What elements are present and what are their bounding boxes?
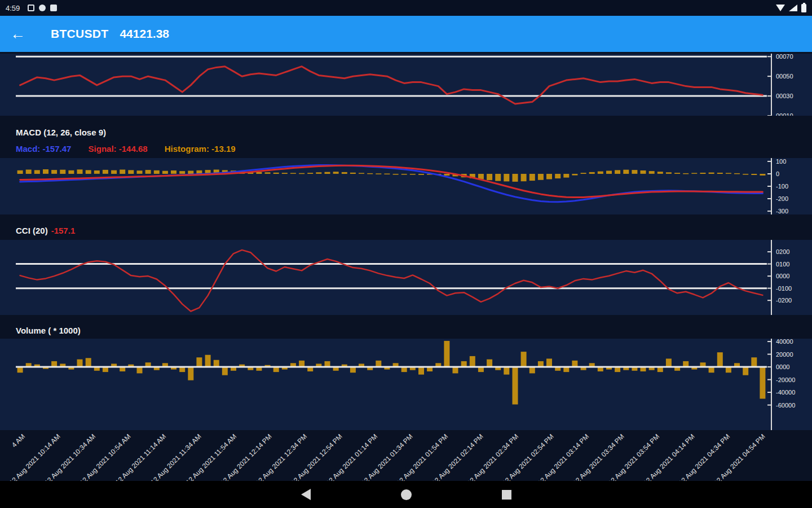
svg-text:100: 100 [776,158,786,165]
svg-text:00070: 00070 [776,54,793,60]
svg-text:0000: 0000 [776,364,789,370]
svg-text:0100: 0100 [776,261,789,268]
svg-text:-300: -300 [776,208,788,214]
svg-text:-20000: -20000 [776,376,795,383]
svg-text:-100: -100 [776,183,788,190]
svg-text:-0100: -0100 [776,285,792,292]
app-bar: ← BTCUSDT 44121.38 [0,16,812,52]
svg-text:00050: 00050 [776,73,793,80]
x-axis-labels: 4 AM12 Aug 2021 10:14 AM12 Aug 2021 10:3… [0,430,812,481]
svg-text:-40000: -40000 [776,389,795,396]
oscillator-chart[interactable]: 00070000500003000010 [0,54,812,116]
nav-back-icon[interactable] [301,489,311,500]
symbol-title: BTCUSDT [51,27,108,41]
notification-icon-2 [39,5,46,11]
svg-text:0000: 0000 [776,273,789,279]
volume-panel[interactable]: 40000200000000-20000-40000-60000 [0,339,812,430]
status-bar: 4:59 [0,0,812,16]
histogram-value: Histogram: -13.19 [165,144,236,154]
svg-text:00030: 00030 [776,93,793,99]
volume-chart[interactable]: 40000200000000-20000-40000-60000 [0,339,812,430]
svg-text:0200: 0200 [776,248,789,255]
wifi-icon [776,5,785,11]
macd-value: Macd: -157.47 [16,144,71,154]
macd-title: MACD (12, 26, close 9) [16,128,106,137]
svg-text:-0200: -0200 [776,297,792,304]
nav-recents-icon[interactable] [502,490,511,500]
nav-home-icon[interactable] [401,489,412,500]
svg-text:40000: 40000 [776,339,793,345]
macd-readout: Macd: -157.47 Signal: -144.68 Histogram:… [16,144,250,154]
android-nav-bar [0,481,812,508]
status-indicators [776,4,806,12]
back-arrow-icon[interactable]: ← [10,27,35,42]
price-value: 44121.38 [120,27,169,41]
oscillator-panel[interactable]: 00070000500003000010 [0,54,812,116]
notification-icon-3 [50,5,57,11]
notification-icon-1 [28,5,34,11]
signal-value: Signal: -144.68 [89,144,148,154]
cci-value: -157.1 [51,226,76,235]
volume-title: Volume ( * 1000) [16,326,81,335]
cci-chart[interactable]: 020001000000-0100-0200 [0,240,812,315]
cci-panel[interactable]: 020001000000-0100-0200 [0,240,812,315]
clock: 4:59 [6,4,20,12]
svg-text:4 AM: 4 AM [10,432,27,449]
svg-text:-200: -200 [776,195,788,202]
battery-icon [801,4,806,12]
svg-text:00010: 00010 [776,112,793,116]
cci-header: CCI (20)-157.1 [16,226,75,235]
macd-chart[interactable]: 1000-100-200-300 [0,158,812,214]
signal-icon [789,5,797,11]
svg-text:0: 0 [776,170,779,177]
cci-title: CCI (20) [16,226,48,235]
macd-panel[interactable]: 1000-100-200-300 [0,158,812,214]
svg-text:20000: 20000 [776,351,793,358]
svg-text:-60000: -60000 [776,402,795,409]
